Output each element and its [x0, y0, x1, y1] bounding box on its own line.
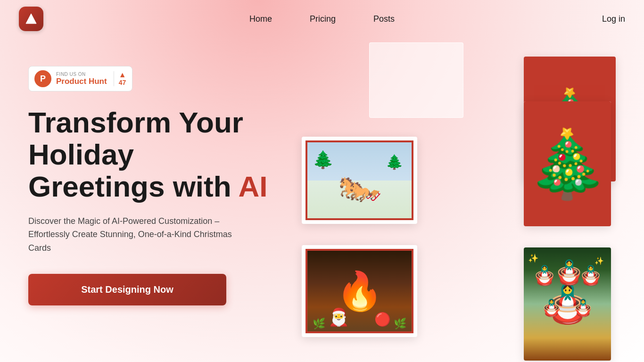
product-hunt-logo: P [34, 70, 51, 87]
hero-subtitle: Discover the Magic of AI-Powered Customi… [28, 214, 255, 255]
nutcracker-card: 🪆 🪆 🪆 🪆 🪆 ✨ ✨ [524, 247, 611, 361]
nav-home[interactable]: Home [249, 14, 272, 24]
fireplace-image: 🔥 🎅 🌿 🌿 🔴 [307, 251, 412, 331]
fireplace-card: 🔥 🎅 🌿 🌿 🔴 [302, 245, 417, 337]
logo-icon [19, 7, 43, 31]
placeholder-card [369, 42, 463, 118]
product-hunt-count: ▲ 47 [114, 71, 126, 86]
hero-title-ai: AI [239, 170, 268, 203]
horse-carriage-card: 🐎 🛷 🌲 🌲 [302, 137, 417, 224]
upvote-arrow-icon: ▲ [119, 71, 126, 79]
upvote-count: 47 [119, 79, 126, 86]
nav-pricing[interactable]: Pricing [310, 14, 336, 24]
main-content: P FIND US ON Product Hunt ▲ 47 Transform… [0, 38, 644, 362]
horse-image-frame: 🐎 🛷 🌲 🌲 [305, 140, 413, 220]
hero-title-line1: Transform Your Holiday [28, 106, 243, 171]
product-hunt-badge[interactable]: P FIND US ON Product Hunt ▲ 47 [28, 66, 132, 91]
svg-marker-0 [26, 14, 36, 24]
nav-links: Home Pricing Posts [249, 14, 395, 24]
christmas-decor-card: 🎄 [524, 101, 611, 226]
nav-posts[interactable]: Posts [373, 14, 395, 24]
left-column: P FIND US ON Product Hunt ▲ 47 Transform… [28, 47, 273, 305]
logo[interactable] [19, 7, 43, 31]
product-hunt-find-label: FIND US ON [56, 72, 107, 77]
nutcracker-image: 🪆 🪆 🪆 🪆 🪆 ✨ ✨ [524, 247, 611, 361]
cta-button[interactable]: Start Designing Now [28, 274, 226, 305]
fireplace-image-frame: 🔥 🎅 🌿 🌿 🔴 [305, 249, 413, 333]
product-hunt-name: Product Hunt [56, 77, 107, 86]
login-button[interactable]: Log in [602, 14, 625, 24]
right-column: 🐎 🛷 🌲 🌲 🎄 🔥 🎅 🌿 [273, 47, 616, 362]
decor-image: 🎄 [524, 101, 611, 226]
horse-image: 🐎 🛷 🌲 🌲 [307, 142, 412, 218]
hero-title-line2: Greetings with [28, 170, 239, 203]
product-hunt-text: FIND US ON Product Hunt [56, 72, 107, 86]
navigation: Home Pricing Posts Log in [0, 0, 644, 38]
hero-title: Transform Your Holiday Greetings with AI [28, 107, 273, 203]
